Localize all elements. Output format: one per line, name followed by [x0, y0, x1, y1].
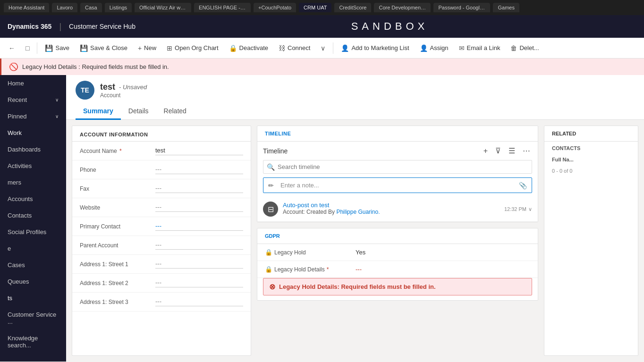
tab-games[interactable]: Games: [493, 3, 519, 12]
label-street3: Address 1: Street 3: [80, 299, 155, 305]
error-icon: 🚫: [9, 62, 18, 71]
gdpr-header: GDPR: [257, 228, 538, 244]
sidebar-item-ts[interactable]: ts: [0, 290, 66, 306]
org-chart-icon: ⊞: [167, 44, 172, 52]
timeline-add-button[interactable]: +: [482, 146, 490, 156]
timeline-section: TIMELINE Timeline + ⊽ ☰ ⋯ 🔍: [257, 126, 538, 222]
timeline-entry-title[interactable]: Auto-post on test: [283, 202, 500, 209]
value-street1[interactable]: ---: [155, 260, 243, 269]
open-org-chart-button[interactable]: ⊞ Open Org Chart: [162, 42, 223, 55]
sidebar-label-customer-service: Customer Service ...: [8, 311, 59, 325]
tab-creditscore[interactable]: CreditScore: [334, 3, 371, 12]
command-bar: ← □ 💾 Save 💾 Save & Close + New ⊞ Open O…: [0, 38, 644, 59]
sidebar-label-contacts: Contacts: [8, 212, 32, 219]
timeline-more-button[interactable]: ⋯: [521, 145, 532, 156]
tab-summary[interactable]: Summary: [76, 103, 121, 120]
new-button[interactable]: + New: [133, 42, 161, 55]
field-row-phone: Phone ---: [72, 160, 251, 179]
tab-casa[interactable]: Casa: [80, 3, 102, 12]
more-button[interactable]: ∨: [316, 42, 330, 55]
note-placeholder: Enter a note...: [280, 182, 319, 189]
tab-home-assistant[interactable]: Home Assistant: [4, 3, 49, 12]
timeline-entry-author: Philippe Guarino.: [336, 209, 380, 215]
tab-wizz[interactable]: Official Wizz Air we...: [135, 3, 191, 12]
note-input-row[interactable]: ✏ Enter a note... 📎: [263, 177, 532, 193]
form-body: ACCOUNT INFORMATION Account Name * test …: [66, 120, 644, 362]
value-website[interactable]: ---: [155, 203, 243, 212]
sidebar-item-e[interactable]: e: [0, 240, 66, 257]
save-close-button[interactable]: 💾 Save & Close: [75, 42, 132, 55]
value-phone[interactable]: ---: [155, 166, 243, 174]
sidebar-item-knowledge-search[interactable]: Knowledge search...: [0, 330, 66, 354]
gdpr-error-box: ⊗ Legacy Hold Details: Required fields m…: [263, 278, 532, 295]
gdpr-label-legacy-hold-details: 🔒 Legacy Hold Details *: [265, 266, 350, 273]
sidebar-item-customer-service[interactable]: Customer Service ...: [0, 306, 66, 330]
sidebar-item-pinned[interactable]: Pinned ∨: [0, 108, 66, 125]
field-row-primary-contact: Primary Contact ---: [72, 217, 251, 236]
gdpr-row-legacy-hold: 🔒 Legacy Hold Yes: [257, 244, 538, 261]
email-link-button[interactable]: ✉ Email a Link: [454, 42, 505, 55]
connect-button[interactable]: ⛓ Connect: [274, 42, 315, 55]
record-name: test: [100, 82, 115, 92]
tab-core-dev[interactable]: Core Development...: [374, 3, 431, 12]
timeline-entry-avatar: ⊟: [263, 202, 278, 217]
sidebar-item-work[interactable]: Work: [0, 125, 66, 141]
sidebar-label-home: Home: [8, 80, 24, 87]
sidebar-item-cases[interactable]: Cases: [0, 257, 66, 273]
tab-english[interactable]: ENGLISH PAGE - Pr...: [194, 3, 251, 12]
timeline-search-container: 🔍: [263, 160, 532, 174]
value-street3[interactable]: ---: [155, 298, 243, 306]
tab-lavoro[interactable]: Lavoro: [52, 3, 77, 12]
sidebar-item-social-profiles[interactable]: Social Profiles: [0, 224, 66, 240]
label-primary-contact: Primary Contact: [80, 223, 155, 230]
main-layout: Home Recent ∨ Pinned ∨ Work Dashboards A…: [0, 75, 644, 362]
value-account-name[interactable]: test: [155, 147, 243, 155]
tab-bar: Summary Details Related: [76, 103, 635, 119]
sidebar-item-activities[interactable]: Activities: [0, 158, 66, 174]
lock-icon: 🔒: [265, 266, 272, 273]
record-type: Account: [100, 92, 147, 99]
sidebar-item-accounts[interactable]: Accounts: [0, 191, 66, 207]
gdpr-value-legacy-hold-details[interactable]: ---: [356, 266, 530, 273]
maximize-button[interactable]: □: [21, 42, 34, 55]
sidebar-item-queues[interactable]: Queues: [0, 273, 66, 290]
account-info-panel: ACCOUNT INFORMATION Account Name * test …: [72, 126, 251, 356]
save-button[interactable]: 💾 Save: [40, 42, 74, 55]
field-row-street3: Address 1: Street 3 ---: [72, 293, 251, 311]
sidebar-item-contacts[interactable]: Contacts: [0, 207, 66, 224]
back-icon: ←: [8, 44, 15, 52]
tab-listings[interactable]: Listings: [105, 3, 132, 12]
tab-details[interactable]: Details: [121, 103, 156, 120]
tab-related[interactable]: Related: [156, 103, 194, 120]
timeline-section-title: TIMELINE: [265, 131, 291, 136]
delete-button[interactable]: 🗑 Delet...: [506, 42, 543, 55]
tab-password[interactable]: Password - Google...: [433, 3, 490, 12]
label-fax: Fax: [80, 185, 155, 192]
field-row-street1: Address 1: Street 1 ---: [72, 255, 251, 274]
value-street2[interactable]: ---: [155, 279, 243, 287]
content-area: TE test - Unsaved Account Summary Detail…: [66, 75, 644, 362]
value-primary-contact[interactable]: ---: [155, 222, 243, 231]
assign-icon: 👤: [420, 44, 428, 52]
chevron-down-icon: ∨: [55, 114, 59, 119]
timeline-section-header: TIMELINE: [257, 126, 538, 142]
timeline-filter-button[interactable]: ⊽: [493, 145, 503, 156]
chevron-down-icon: ∨: [528, 206, 532, 212]
add-to-marketing-list-button[interactable]: 👤 Add to Marketing List: [336, 42, 414, 55]
deactivate-button[interactable]: 🔒 Deactivate: [224, 42, 273, 55]
timeline-search-input[interactable]: [263, 160, 532, 174]
related-header: RELATED: [544, 126, 638, 142]
sidebar-item-home[interactable]: Home: [0, 75, 66, 92]
sidebar-label-activities: Activities: [8, 162, 32, 169]
timeline-list-button[interactable]: ☰: [507, 145, 517, 156]
sidebar-item-mers[interactable]: mers: [0, 174, 66, 191]
assign-button[interactable]: 👤 Assign: [415, 42, 453, 55]
tab-crm-uat[interactable]: CRM UAT: [299, 3, 331, 12]
value-parent-account[interactable]: ---: [155, 241, 243, 250]
back-button[interactable]: ←: [4, 42, 20, 55]
value-fax[interactable]: ---: [155, 185, 243, 193]
sidebar-item-recent[interactable]: Recent ∨: [0, 92, 66, 108]
tab-couchpotato[interactable]: +CouchPotato: [254, 3, 296, 12]
sidebar-item-dashboards[interactable]: Dashboards: [0, 141, 66, 158]
timeline-entry-sub: Account: Created By Philippe Guarino.: [283, 209, 500, 215]
